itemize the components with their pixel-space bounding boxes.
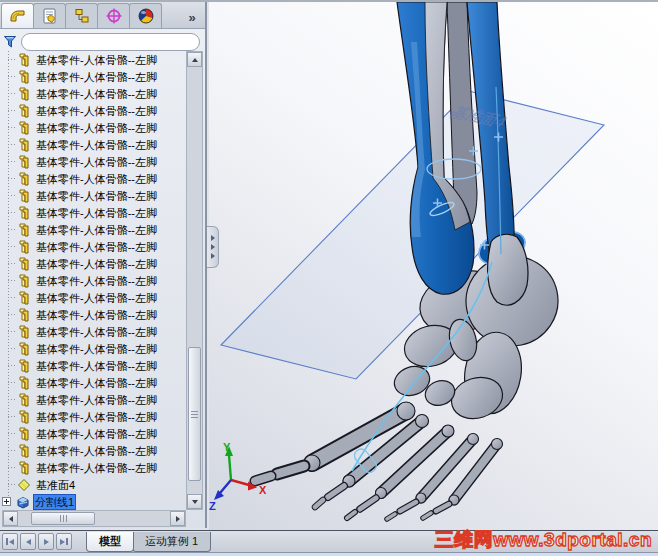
tree-item[interactable]: 基体零件-人体骨骼--左脚 xyxy=(0,425,186,442)
tree-item[interactable]: 基体零件-人体骨骼--左脚 xyxy=(0,340,186,357)
tree-connector xyxy=(8,76,16,77)
filter-input[interactable] xyxy=(21,33,200,51)
tree-connector xyxy=(8,450,16,451)
base-part-icon xyxy=(17,359,31,373)
next-study-button[interactable] xyxy=(38,533,54,550)
tree-connector xyxy=(8,314,16,315)
tree-item[interactable]: 基体零件-人体骨骼--左脚 xyxy=(0,102,186,119)
triad-z-label: Z xyxy=(209,500,216,512)
base-part-icon xyxy=(17,257,31,271)
tree-connector xyxy=(8,467,16,468)
base-part-icon xyxy=(17,155,31,169)
featuremanager-tab[interactable] xyxy=(1,3,34,28)
propertymanager-icon xyxy=(40,6,60,26)
tree-connector xyxy=(8,484,16,485)
tree-connector xyxy=(8,110,16,111)
tree-connector xyxy=(8,399,16,400)
propertymanager-tab[interactable] xyxy=(33,3,66,28)
tree-item[interactable]: 基体零件-人体骨骼--左脚 xyxy=(0,136,186,153)
tree-connector xyxy=(8,212,16,213)
tree-connector xyxy=(8,59,16,60)
tree-item[interactable]: 基体零件-人体骨骼--左脚 xyxy=(0,323,186,340)
tree-item[interactable]: 基体零件-人体骨骼--左脚 xyxy=(0,408,186,425)
tree-item[interactable]: 基体零件-人体骨骼--左脚 xyxy=(0,187,186,204)
filter-funnel-icon xyxy=(3,35,18,50)
base-part-icon xyxy=(17,206,31,220)
base-part-icon xyxy=(17,444,31,458)
tree-item[interactable]: 基体零件-人体骨骼--左脚 xyxy=(0,119,186,136)
expand-plus-icon[interactable] xyxy=(2,497,11,506)
lateral-malleolus xyxy=(488,234,528,305)
tree-item[interactable]: 基体零件-人体骨骼--左脚 xyxy=(0,221,186,238)
horizontal-scroll-thumb[interactable] xyxy=(31,512,95,525)
tree-item[interactable]: 基体零件-人体骨骼--左脚 xyxy=(0,204,186,221)
tree-item-label: 基体零件-人体骨骼--左脚 xyxy=(34,223,159,237)
tree-item[interactable]: 基体零件-人体骨骼--左脚 xyxy=(0,289,186,306)
tree-item[interactable]: 基体零件-人体骨骼--左脚 xyxy=(0,85,186,102)
base-part-icon xyxy=(17,121,31,135)
tree-item-label: 基体零件-人体骨骼--左脚 xyxy=(34,121,159,135)
split-line-icon xyxy=(16,495,30,509)
tree-item-label: 基体零件-人体骨骼--左脚 xyxy=(34,410,159,424)
tab-motion-study-1[interactable]: 运动算例 1 xyxy=(132,532,211,552)
base-part-icon xyxy=(17,138,31,152)
tree-connector xyxy=(8,382,16,383)
base-part-icon xyxy=(17,325,31,339)
tree-item[interactable]: 基体零件-人体骨骼--左脚 xyxy=(0,51,186,68)
tree-item[interactable]: 基体零件-人体骨骼--左脚 xyxy=(0,306,186,323)
base-part-icon xyxy=(17,189,31,203)
first-study-button[interactable] xyxy=(2,533,18,550)
tree-horizontal-scrollbar[interactable] xyxy=(2,510,186,527)
tree-item[interactable]: 基体零件-人体骨骼--左脚 xyxy=(0,170,186,187)
tree-item[interactable]: 基体零件-人体骨骼--左脚 xyxy=(0,442,186,459)
tree-item-label: 基体零件-人体骨骼--左脚 xyxy=(34,376,159,390)
tree-item-label: 基体零件-人体骨骼--左脚 xyxy=(34,87,159,101)
tree-connector xyxy=(8,433,16,434)
scroll-down-button[interactable] xyxy=(187,494,202,509)
tree-item[interactable]: 基体零件-人体骨骼--左脚 xyxy=(0,272,186,289)
scroll-right-button[interactable] xyxy=(170,511,185,526)
tab-model[interactable]: 模型 xyxy=(86,532,134,552)
tree-connector xyxy=(8,348,16,349)
tree-item[interactable]: 基体零件-人体骨骼--左脚 xyxy=(0,153,186,170)
base-part-icon xyxy=(17,70,31,84)
tree-item-label: 基体零件-人体骨骼--左脚 xyxy=(34,291,159,305)
tree-item-label: 基体零件-人体骨骼--左脚 xyxy=(34,172,159,186)
panel-splitter-handle[interactable] xyxy=(207,226,219,268)
tree-item[interactable]: 基体零件-人体骨骼--左脚 xyxy=(0,459,186,476)
tree-connector xyxy=(8,178,16,179)
dimxpertmanager-tab[interactable] xyxy=(97,3,130,28)
base-part-icon xyxy=(17,308,31,322)
tree-connector xyxy=(8,93,16,94)
solidworks-window: » 基体零件-人体骨骼--左脚基体零件-人体骨骼--左脚基体零件-人体骨骼--左… xyxy=(0,0,658,556)
last-study-button[interactable] xyxy=(56,533,72,550)
base-part-icon xyxy=(17,87,31,101)
previous-study-button[interactable] xyxy=(20,533,36,550)
vertical-scroll-thumb[interactable] xyxy=(188,347,201,481)
tree-connector xyxy=(8,195,16,196)
scroll-up-button[interactable] xyxy=(187,52,202,67)
tree-connector xyxy=(8,127,16,128)
tree-vertical-scrollbar[interactable] xyxy=(186,51,203,510)
tree-item[interactable]: 基体零件-人体骨骼--左脚 xyxy=(0,68,186,85)
tree-item[interactable]: 基体零件-人体骨骼--左脚 xyxy=(0,238,186,255)
graphics-area[interactable]: 基准面4 Y X Z xyxy=(209,2,658,530)
tab-overflow-button[interactable]: » xyxy=(179,6,205,28)
skeleton-foot-model: 基准面4 Y X Z xyxy=(209,2,658,530)
tree-item[interactable]: 基体零件-人体骨骼--左脚 xyxy=(0,357,186,374)
configurationmanager-tab[interactable] xyxy=(65,3,98,28)
tree-item[interactable]: 基准面4 xyxy=(0,476,186,493)
tree-item[interactable]: 基体零件-人体骨骼--左脚 xyxy=(0,391,186,408)
tree-item[interactable]: 基体零件-人体骨骼--左脚 xyxy=(0,255,186,272)
base-part-icon xyxy=(17,376,31,390)
scroll-left-button[interactable] xyxy=(3,511,18,526)
tree-item-label: 基体零件-人体骨骼--左脚 xyxy=(34,342,159,356)
displaymanager-tab[interactable] xyxy=(129,3,162,28)
tree-connector xyxy=(8,280,16,281)
base-part-icon xyxy=(17,240,31,254)
tree-item[interactable]: 基体零件-人体骨骼--左脚 xyxy=(0,374,186,391)
tree-item[interactable]: 分割线1 xyxy=(0,493,186,510)
dimxpert-crosshair-icon xyxy=(104,6,124,26)
tree-connector xyxy=(8,416,16,417)
tree-item-label: 基体零件-人体骨骼--左脚 xyxy=(34,189,159,203)
